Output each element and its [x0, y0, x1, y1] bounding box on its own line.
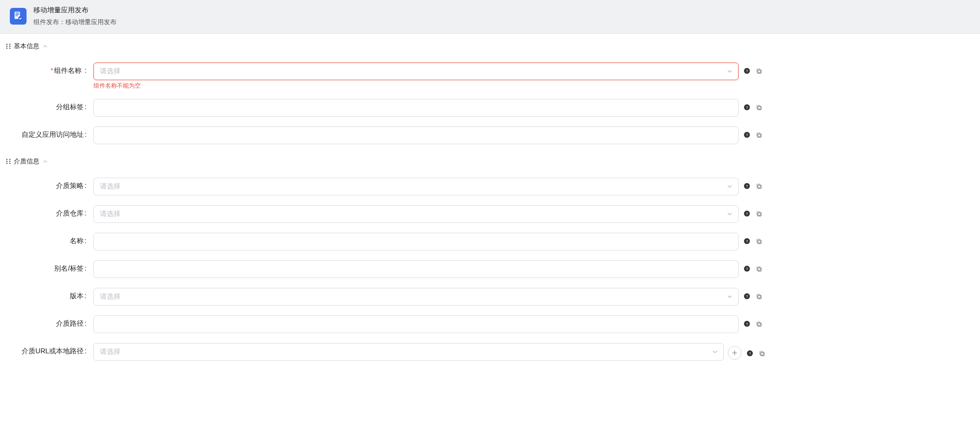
app-publish-icon	[10, 8, 27, 25]
chevron-up-icon	[42, 43, 48, 49]
svg-rect-48	[757, 294, 760, 298]
page-header: 移动增量应用发布 组件发布：移动增量应用发布	[0, 0, 980, 34]
svg-point-26	[9, 161, 11, 162]
svg-text:?: ?	[746, 69, 748, 73]
add-media-url-button[interactable]	[728, 346, 742, 360]
svg-text:?: ?	[746, 184, 748, 188]
page-title: 移动增量应用发布	[33, 6, 117, 15]
svg-text:?: ?	[746, 212, 748, 216]
row-group-tag: 分组标签 ?	[0, 94, 980, 122]
media-path-input[interactable]	[93, 315, 739, 333]
svg-rect-36	[757, 212, 760, 215]
section-basic: 基本信息 *组件名称 请选择 组件名称不能为空 ?	[0, 34, 980, 149]
version-select[interactable]: 请选择	[93, 288, 739, 306]
svg-point-7	[6, 46, 8, 47]
copy-icon[interactable]	[754, 292, 763, 301]
media-url-select[interactable]: 请选择	[93, 343, 724, 361]
chevron-down-icon	[712, 348, 718, 355]
row-media-strategy: 介质策略 请选择 ?	[0, 173, 980, 200]
svg-point-9	[6, 48, 8, 49]
chevron-down-icon	[726, 211, 733, 218]
chevron-down-icon	[726, 293, 733, 300]
svg-rect-22	[757, 133, 760, 136]
section-basic-title: 基本信息	[14, 42, 39, 51]
svg-rect-47	[758, 295, 761, 299]
copy-icon[interactable]	[754, 264, 763, 273]
name-input[interactable]	[93, 233, 739, 250]
help-icon[interactable]: ?	[742, 182, 751, 190]
media-repo-select[interactable]: 请选择	[93, 205, 739, 223]
svg-text:?: ?	[746, 239, 748, 244]
label-media-url: 介质URL或本地路径	[0, 343, 93, 356]
svg-point-8	[9, 46, 11, 47]
label-component-name: *组件名称	[0, 62, 93, 75]
chevron-up-icon	[42, 158, 48, 164]
svg-rect-17	[758, 106, 761, 110]
svg-point-5	[6, 44, 8, 45]
media-strategy-select[interactable]: 请选择	[93, 178, 739, 195]
component-name-error: 组件名称不能为空	[93, 82, 739, 89]
help-icon[interactable]: ?	[745, 349, 754, 358]
section-basic-header[interactable]: 基本信息	[0, 39, 980, 54]
help-icon[interactable]: ?	[742, 292, 751, 301]
alias-input[interactable]	[93, 260, 739, 278]
svg-point-28	[9, 163, 11, 164]
row-name: 名称 ?	[0, 228, 980, 255]
component-name-select[interactable]: 请选择	[93, 62, 739, 80]
svg-point-27	[6, 163, 8, 164]
svg-text:?: ?	[746, 133, 748, 137]
copy-icon[interactable]	[754, 130, 763, 139]
label-group-tag: 分组标签	[0, 99, 93, 112]
svg-rect-13	[758, 70, 761, 73]
svg-point-23	[6, 159, 8, 160]
svg-rect-55	[761, 352, 764, 356]
label-media-path: 介质路径	[0, 315, 93, 328]
copy-icon[interactable]	[754, 209, 763, 218]
copy-icon[interactable]	[754, 237, 763, 246]
copy-icon[interactable]	[754, 182, 763, 190]
label-custom-url: 自定义应用访问地址	[0, 126, 93, 139]
row-alias: 别名/标签 ?	[0, 255, 980, 283]
row-media-url: 介质URL或本地路径 请选择 ?	[0, 338, 980, 366]
row-component-name: *组件名称 请选择 组件名称不能为空 ?	[0, 58, 980, 94]
help-icon[interactable]: ?	[742, 264, 751, 273]
row-version: 版本 请选择 ?	[0, 283, 980, 311]
svg-rect-21	[758, 134, 761, 137]
svg-text:?: ?	[746, 267, 748, 271]
svg-rect-32	[757, 184, 760, 187]
svg-rect-2	[16, 14, 19, 14]
help-icon[interactable]: ?	[742, 103, 751, 112]
svg-rect-44	[757, 267, 760, 270]
svg-point-6	[9, 44, 11, 45]
chevron-down-icon	[726, 183, 733, 190]
svg-text:?: ?	[746, 322, 748, 326]
help-icon[interactable]: ?	[742, 130, 751, 139]
svg-text:?: ?	[746, 105, 748, 110]
section-media-header[interactable]: 介质信息	[0, 154, 980, 169]
row-media-path: 介质路径 ?	[0, 311, 980, 338]
label-media-repo: 介质仓库	[0, 205, 93, 218]
row-media-repo: 介质仓库 请选择 ?	[0, 200, 980, 228]
help-icon[interactable]: ?	[742, 209, 751, 218]
help-icon[interactable]: ?	[742, 237, 751, 246]
svg-rect-40	[757, 239, 760, 243]
custom-url-input[interactable]	[93, 126, 739, 144]
svg-rect-39	[758, 240, 761, 244]
copy-icon[interactable]	[754, 103, 763, 112]
svg-rect-51	[758, 323, 761, 326]
help-icon[interactable]: ?	[742, 319, 751, 328]
help-icon[interactable]: ?	[742, 66, 751, 75]
drag-handle-icon	[6, 158, 11, 164]
row-custom-url: 自定义应用访问地址 ?	[0, 122, 980, 149]
label-name: 名称	[0, 233, 93, 246]
svg-text:?: ?	[749, 351, 751, 356]
copy-icon[interactable]	[754, 319, 763, 328]
drag-handle-icon	[6, 43, 11, 49]
svg-rect-35	[758, 213, 761, 216]
svg-point-10	[9, 48, 11, 49]
copy-icon[interactable]	[754, 66, 763, 75]
copy-icon[interactable]	[757, 349, 766, 358]
section-media-title: 介质信息	[14, 157, 39, 166]
svg-rect-18	[757, 105, 760, 109]
group-tag-input[interactable]	[93, 99, 739, 117]
